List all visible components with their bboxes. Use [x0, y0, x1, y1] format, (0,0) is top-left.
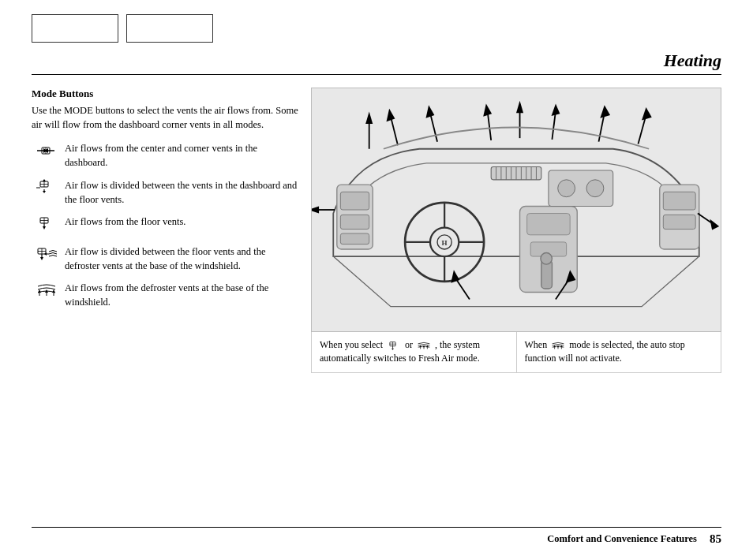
svg-point-45	[541, 253, 553, 265]
right-column: H	[311, 88, 721, 373]
nav-button-2[interactable]	[126, 14, 213, 43]
svg-marker-23	[40, 257, 43, 260]
info-text-2: When mode is selected, the	[525, 339, 685, 364]
svg-rect-65	[663, 215, 695, 229]
mode-item-defroster: Air flows from the defroster vents at th…	[32, 281, 300, 309]
footer-section-label: Comfort and Convenience Features	[547, 533, 697, 545]
info-boxes: When you select or	[311, 332, 721, 373]
page-footer: Comfort and Convenience Features 85	[32, 527, 721, 546]
mode-text-defroster: Air flows from the defroster vents at th…	[65, 281, 300, 309]
section-heading: Mode Buttons	[32, 88, 300, 100]
svg-rect-42	[527, 214, 571, 235]
mode-text-floor-defroster: Air flow is divided between the floor ve…	[65, 245, 300, 273]
svg-marker-3	[44, 148, 48, 153]
nav-button-1[interactable]	[32, 14, 118, 43]
mode-item-floor-defroster: Air flow is divided between the floor ve…	[32, 245, 300, 273]
svg-point-57	[558, 180, 575, 197]
svg-marker-94	[391, 349, 394, 350]
intro-text: Use the MODE buttons to select the vents…	[32, 103, 300, 132]
mode-text-center: Air flows from the center and corner ven…	[65, 141, 300, 170]
mode-text-floor: Air flows from the floor vents.	[65, 215, 185, 229]
floor-defroster-icon	[32, 245, 60, 268]
svg-rect-64	[663, 192, 695, 210]
defroster-icon	[32, 282, 60, 304]
top-nav	[32, 14, 721, 43]
mode-item-dash-floor: Air flow is divided between the vents in…	[32, 178, 300, 207]
car-diagram: H	[311, 88, 721, 332]
svg-rect-60	[340, 192, 369, 210]
svg-marker-31	[52, 289, 55, 293]
page-container: Heating Mode Buttons Use the MODE button…	[0, 0, 753, 560]
main-content: Mode Buttons Use the MODE buttons to sel…	[32, 88, 721, 373]
mode-text-dash-floor: Air flow is divided between the vents in…	[65, 178, 300, 207]
svg-rect-62	[340, 233, 369, 245]
center-vent-icon	[32, 142, 60, 163]
info-box-2: When mode is selected, the	[517, 332, 721, 372]
mode-item-floor: Air flows from the floor vents.	[32, 215, 300, 237]
svg-marker-18	[43, 226, 46, 230]
svg-marker-10	[43, 179, 46, 181]
page-title: Heating	[664, 50, 721, 71]
svg-point-58	[586, 180, 604, 197]
info-box-1: When you select or	[312, 332, 517, 372]
page-header: Heating	[32, 50, 721, 75]
svg-text:H: H	[442, 239, 448, 247]
svg-marker-27	[38, 289, 41, 293]
dash-floor-icon	[32, 179, 60, 200]
info-text-1: When you select or	[320, 339, 480, 364]
mode-item-center: Air flows from the center and corner ven…	[32, 141, 300, 170]
left-column: Mode Buttons Use the MODE buttons to sel…	[32, 88, 300, 373]
svg-marker-12	[43, 191, 46, 193]
svg-rect-61	[340, 215, 369, 229]
footer-page-number: 85	[710, 532, 721, 546]
floor-icon	[32, 215, 60, 237]
